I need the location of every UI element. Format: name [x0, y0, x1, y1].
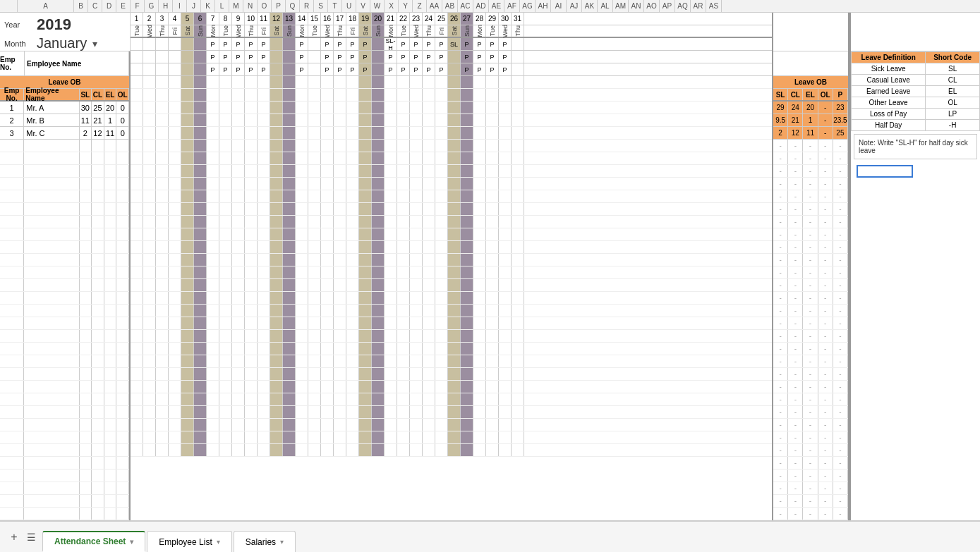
att-cell[interactable]: P	[486, 38, 499, 50]
att-cell[interactable]	[131, 38, 143, 50]
attendance-row-1[interactable]: PPPPPPPPPPSL-HPPPPSLPPPP	[131, 38, 772, 51]
attendance-row-2[interactable]: PPPPPPPPPPPPPPPPPPP	[131, 51, 772, 63]
att-cell[interactable]	[181, 38, 194, 50]
att-cell[interactable]	[169, 51, 181, 63]
att-cell[interactable]	[372, 51, 385, 63]
att-cell[interactable]: P	[499, 63, 512, 75]
att-cell[interactable]	[270, 63, 283, 75]
att-cell[interactable]	[143, 51, 156, 63]
att-cell[interactable]: P	[473, 51, 486, 63]
att-cell[interactable]: P	[423, 51, 435, 63]
att-cell[interactable]	[512, 51, 524, 63]
att-cell[interactable]: P	[397, 51, 410, 63]
att-cell[interactable]	[372, 38, 385, 50]
att-cell[interactable]: P	[334, 51, 346, 63]
att-cell[interactable]	[283, 51, 296, 63]
sheet-tab-dropdown-icon[interactable]: ▾	[130, 538, 133, 546]
att-cell[interactable]: P	[334, 38, 346, 50]
att-cell[interactable]	[512, 38, 524, 50]
att-cell[interactable]	[270, 38, 283, 50]
att-cell[interactable]: P	[473, 38, 486, 50]
att-cell[interactable]	[143, 63, 156, 75]
emp-row-2[interactable]: 2 Mr. B 11 21 1 0	[0, 114, 129, 127]
att-cell[interactable]: P	[232, 38, 245, 50]
att-cell[interactable]	[308, 51, 321, 63]
att-cell[interactable]	[181, 51, 194, 63]
att-cell[interactable]: P	[499, 38, 512, 50]
emp-row-1[interactable]: 1 Mr. A 30 25 20 0	[0, 102, 129, 114]
att-cell[interactable]	[512, 63, 524, 75]
att-cell[interactable]	[181, 63, 194, 75]
att-cell[interactable]: P	[232, 63, 245, 75]
att-cell[interactable]: P	[435, 38, 448, 50]
att-cell[interactable]: P	[207, 51, 219, 63]
att-cell[interactable]	[308, 63, 321, 75]
att-cell[interactable]	[131, 51, 143, 63]
att-cell[interactable]	[308, 38, 321, 50]
att-cell[interactable]	[131, 63, 143, 75]
att-cell[interactable]: SL-H	[385, 38, 397, 50]
att-cell[interactable]: P	[296, 38, 308, 50]
att-cell[interactable]: P	[245, 38, 258, 50]
month-dropdown-icon[interactable]: ▾	[92, 38, 97, 49]
sheet-tab-employee-list[interactable]: Employee List▾	[147, 531, 231, 552]
att-cell[interactable]: P	[296, 63, 308, 75]
att-cell[interactable]: P	[321, 63, 334, 75]
att-cell[interactable]	[448, 51, 461, 63]
att-cell[interactable]: P	[334, 63, 346, 75]
att-cell[interactable]: P	[258, 38, 270, 50]
att-cell[interactable]	[448, 63, 461, 75]
att-cell[interactable]	[169, 63, 181, 75]
att-cell[interactable]: P	[473, 63, 486, 75]
att-cell[interactable]: P	[346, 63, 359, 75]
attendance-rows[interactable]: PPPPPPPPPPSL-HPPPPSLPPPPPPPPPPPPPPPPPPPP…	[131, 38, 772, 76]
att-cell[interactable]: P	[435, 51, 448, 63]
att-cell[interactable]: P	[258, 51, 270, 63]
sheet-menu-button[interactable]: ☰	[23, 529, 40, 546]
att-cell[interactable]	[156, 63, 169, 75]
att-cell[interactable]: P	[219, 63, 232, 75]
att-cell[interactable]: P	[359, 63, 372, 75]
att-cell[interactable]	[283, 38, 296, 50]
att-cell[interactable]: P	[385, 63, 397, 75]
sheet-tab-dropdown-icon[interactable]: ▾	[217, 538, 220, 546]
att-cell[interactable]: P	[461, 51, 473, 63]
att-cell[interactable]: P	[461, 63, 473, 75]
att-cell[interactable]: P	[346, 38, 359, 50]
att-cell[interactable]	[169, 38, 181, 50]
att-cell[interactable]: P	[258, 63, 270, 75]
att-cell[interactable]: P	[385, 51, 397, 63]
att-cell[interactable]: P	[219, 51, 232, 63]
att-cell[interactable]: P	[232, 51, 245, 63]
att-cell[interactable]: P	[435, 63, 448, 75]
att-cell[interactable]: P	[499, 51, 512, 63]
att-cell[interactable]: P	[410, 63, 423, 75]
att-cell[interactable]: P	[207, 63, 219, 75]
att-cell[interactable]	[283, 63, 296, 75]
att-cell[interactable]	[270, 51, 283, 63]
att-cell[interactable]	[194, 63, 207, 75]
att-cell[interactable]: P	[423, 38, 435, 50]
add-sheet-button[interactable]: +	[6, 529, 23, 546]
attendance-row-3[interactable]: PPPPPPPPPPPPPPPPPPP	[131, 63, 772, 76]
selected-cell[interactable]	[857, 165, 913, 178]
emp-row-3[interactable]: 3 Mr. C 2 12 11 0	[0, 127, 129, 140]
sheet-tab-salaries[interactable]: Salaries▾	[234, 531, 296, 552]
att-cell[interactable]	[194, 38, 207, 50]
att-cell[interactable]: P	[245, 51, 258, 63]
att-cell[interactable]	[156, 51, 169, 63]
att-cell[interactable]: P	[486, 51, 499, 63]
att-cell[interactable]: P	[461, 38, 473, 50]
att-cell[interactable]	[194, 51, 207, 63]
att-cell[interactable]: P	[296, 51, 308, 63]
att-cell[interactable]: P	[359, 38, 372, 50]
sheet-tab-dropdown-icon[interactable]: ▾	[280, 538, 284, 546]
att-cell[interactable]: P	[410, 38, 423, 50]
att-cell[interactable]: P	[410, 51, 423, 63]
att-cell[interactable]: P	[397, 63, 410, 75]
att-cell[interactable]	[372, 63, 385, 75]
att-cell[interactable]: P	[359, 51, 372, 63]
att-cell[interactable]: P	[486, 63, 499, 75]
att-cell[interactable]: P	[397, 38, 410, 50]
att-cell[interactable]: P	[321, 38, 334, 50]
